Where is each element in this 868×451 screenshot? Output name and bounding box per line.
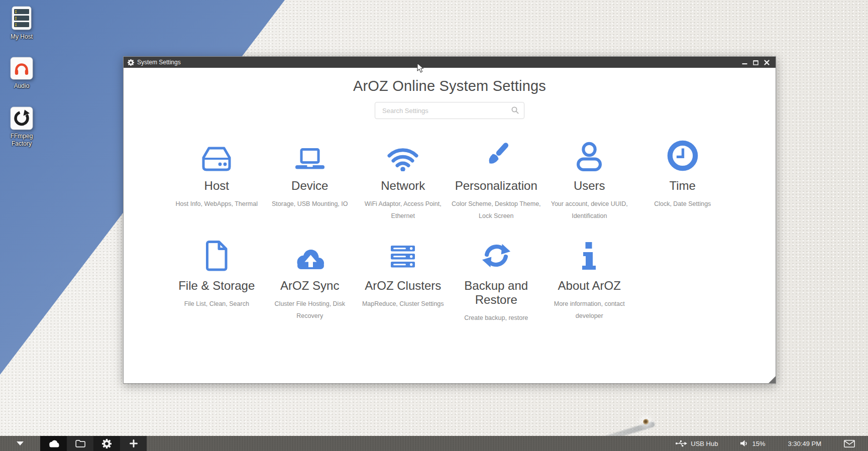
category-title: Network: [357, 179, 450, 193]
refresh-icon: [480, 240, 512, 271]
search-input[interactable]: [375, 102, 524, 119]
taskbar: USB Hub 15% 3:30:49 PM: [0, 436, 868, 451]
taskbar-button-add[interactable]: [120, 436, 147, 451]
category-aroz-clusters[interactable]: ArOZ Clusters MapReduce, Cluster Setting…: [357, 239, 450, 324]
settings-grid: Host Host Info, WebApps, Thermal Device …: [170, 139, 729, 324]
category-network[interactable]: Network WiFi Adaptor, Access Point, Ethe…: [357, 139, 450, 222]
category-title: Users: [543, 179, 636, 193]
category-title: Personalization: [450, 179, 543, 193]
taskbar-status-area: USB Hub 15% 3:30:49 PM: [653, 440, 868, 447]
category-subtitle: Color Scheme, Desktop Theme, Lock Screen: [451, 198, 541, 222]
category-about-aroz[interactable]: About ArOZ More information, contact dev…: [543, 239, 636, 324]
taskbar-button-settings[interactable]: [93, 436, 120, 451]
grid-row-2: File & Storage File List, Clean, Search: [170, 239, 729, 324]
headphones-icon: [10, 57, 33, 80]
category-file-storage[interactable]: File & Storage File List, Clean, Search: [170, 239, 264, 324]
category-title: Device: [263, 179, 357, 193]
caret-down-icon: [17, 441, 24, 445]
resize-grip[interactable]: [769, 376, 776, 383]
category-title: Time: [636, 179, 729, 193]
category-subtitle: More information, contact developer: [544, 298, 634, 322]
search-icon: [511, 106, 519, 114]
file-icon: [202, 240, 231, 271]
search-box: [375, 102, 524, 119]
desktop-icon-audio[interactable]: Audio: [0, 57, 43, 90]
close-button[interactable]: [764, 60, 770, 65]
desktop-icon-label: My Host: [0, 33, 43, 41]
server-icon: [12, 6, 32, 31]
maximize-button[interactable]: [753, 60, 758, 65]
category-subtitle: Cluster File Hosting, Disk Recovery: [265, 298, 355, 322]
window-titlebar[interactable]: System Settings: [124, 57, 776, 68]
laptop-icon: [294, 147, 326, 171]
hdd-icon: [200, 146, 233, 171]
desktop-icon-ffmpeg-factory[interactable]: FFmpeg Factory: [0, 106, 43, 148]
wall-nail-hole: [643, 419, 649, 425]
usb-status[interactable]: USB Hub: [675, 440, 718, 447]
volume-icon: [740, 440, 748, 447]
desktop-icon-label: FFmpeg Factory: [0, 133, 43, 148]
category-title: ArOZ Sync: [263, 279, 357, 293]
notification-mail[interactable]: [844, 440, 855, 447]
gear-icon: [102, 439, 112, 448]
category-subtitle: Create backup, restore: [451, 312, 541, 324]
desktop-icon-my-host[interactable]: My Host: [0, 6, 43, 41]
grid-row-1: Host Host Info, WebApps, Thermal Device …: [170, 139, 729, 222]
folder-icon: [75, 439, 85, 447]
recycle-arrow-icon: [10, 106, 33, 130]
category-subtitle: Storage, USB Mounting, IO: [265, 198, 355, 210]
cloud-icon: [48, 439, 60, 447]
category-title: File & Storage: [170, 279, 264, 293]
user-icon: [573, 141, 605, 171]
wifi-icon: [387, 146, 419, 171]
server-stack-icon: [387, 243, 419, 271]
page-title: ArOZ Online System Settings: [124, 78, 776, 94]
category-device[interactable]: Device Storage, USB Mounting, IO: [263, 139, 357, 222]
info-icon: [579, 241, 599, 271]
volume-percent: 15%: [752, 440, 765, 447]
category-backup-restore[interactable]: Backup and Restore Create backup, restor…: [450, 239, 543, 324]
taskbar-button-folder[interactable]: [67, 436, 93, 451]
clock-icon: [667, 140, 698, 171]
category-subtitle: Clock, Date Settings: [637, 198, 728, 210]
category-personalization[interactable]: Personalization Color Scheme, Desktop Th…: [450, 139, 543, 222]
mail-icon: [844, 440, 855, 447]
category-subtitle: Your account, device UUID, Identificatio…: [544, 198, 634, 222]
category-subtitle: Host Info, WebApps, Thermal: [171, 198, 262, 210]
category-title: Backup and Restore: [450, 279, 543, 307]
gear-icon: [128, 59, 134, 66]
category-title: Host: [170, 179, 264, 193]
taskbar-menu-caret[interactable]: [0, 441, 40, 445]
taskbar-button-cloud[interactable]: [40, 436, 67, 451]
taskbar-clock[interactable]: 3:30:49 PM: [788, 440, 822, 447]
desktop: My Host Audio FFmpeg Factory: [0, 0, 868, 451]
cloud-upload-icon: [293, 245, 327, 271]
settings-content: ArOZ Online System Settings: [124, 68, 776, 384]
category-host[interactable]: Host Host Info, WebApps, Thermal: [170, 139, 264, 222]
minimize-button[interactable]: [742, 60, 747, 65]
category-title: ArOZ Clusters: [357, 279, 450, 293]
usb-label: USB Hub: [691, 440, 718, 447]
category-subtitle: File List, Clean, Search: [171, 298, 262, 310]
plus-icon: [130, 439, 138, 447]
usb-icon: [675, 440, 687, 447]
category-aroz-sync[interactable]: ArOZ Sync Cluster File Hosting, Disk Rec…: [263, 239, 357, 324]
window-title: System Settings: [137, 59, 742, 66]
desktop-icon-label: Audio: [0, 82, 43, 90]
category-subtitle: MapReduce, Cluster Settings: [358, 298, 448, 310]
volume-status[interactable]: 15%: [740, 440, 765, 447]
category-title: About ArOZ: [543, 279, 636, 293]
paintbrush-icon: [480, 140, 512, 171]
category-time[interactable]: Time Clock, Date Settings: [636, 139, 729, 222]
category-subtitle: WiFi Adaptor, Access Point, Ethernet: [358, 198, 448, 222]
category-users[interactable]: Users Your account, device UUID, Identif…: [543, 139, 636, 222]
settings-window: System Settings ArOZ Online System Setti…: [123, 56, 776, 384]
